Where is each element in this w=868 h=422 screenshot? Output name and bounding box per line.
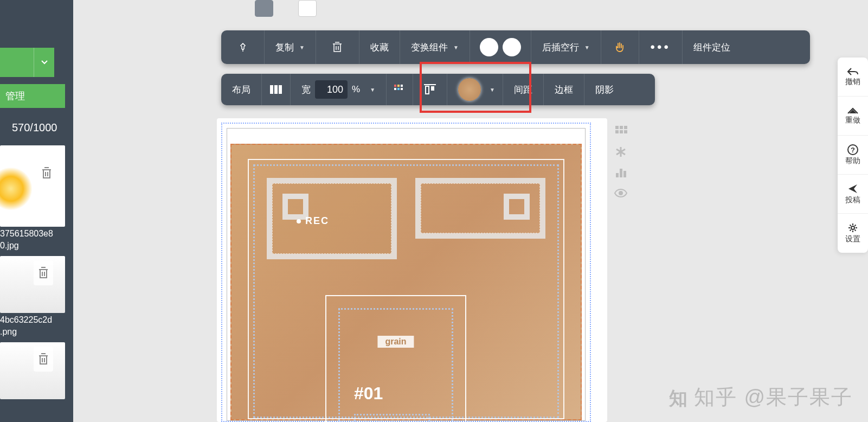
svg-rect-4 bbox=[397, 85, 400, 87]
grid-view-button[interactable] bbox=[613, 124, 628, 139]
delete-thumb-button[interactable] bbox=[37, 161, 56, 186]
canvas-side-tools bbox=[613, 124, 628, 201]
redo-button[interactable]: 重做 bbox=[838, 97, 868, 136]
rec-label: REC bbox=[297, 215, 329, 227]
stats-button[interactable] bbox=[613, 165, 628, 180]
svg-rect-12 bbox=[615, 126, 619, 129]
settings-button[interactable]: 设置 bbox=[838, 214, 868, 253]
trash-icon bbox=[38, 353, 49, 366]
width-group: 宽 % ▼ bbox=[291, 74, 387, 105]
align-button[interactable] bbox=[413, 74, 447, 105]
delete-button[interactable] bbox=[316, 30, 359, 64]
top-controls: 设置标签 bbox=[244, 0, 591, 16]
submit-button[interactable]: 投稿 bbox=[838, 175, 868, 214]
width-input[interactable] bbox=[315, 80, 348, 99]
trash-icon bbox=[41, 167, 52, 180]
svg-rect-11 bbox=[431, 86, 434, 91]
color-swatch-2[interactable] bbox=[503, 38, 521, 56]
svg-rect-8 bbox=[401, 88, 403, 90]
thumbnail-ext: .png bbox=[0, 327, 70, 337]
shadow-button[interactable]: 阴影 bbox=[584, 74, 625, 105]
send-icon bbox=[847, 183, 858, 194]
center-frame[interactable]: grain #01 bbox=[325, 295, 466, 422]
toggle-off[interactable] bbox=[298, 0, 317, 17]
svg-rect-6 bbox=[394, 88, 396, 90]
more-button[interactable]: ••• bbox=[639, 30, 683, 64]
svg-rect-20 bbox=[623, 171, 626, 177]
spacing-button[interactable]: 间距 bbox=[503, 74, 544, 105]
svg-rect-17 bbox=[624, 130, 627, 133]
hand-icon bbox=[614, 41, 626, 53]
svg-rect-19 bbox=[620, 169, 622, 177]
asset-count: 570/1000 bbox=[12, 122, 57, 134]
layout-toolbar: 布局 宽 % ▼ ▼ 间距 边框 阴影 bbox=[221, 74, 655, 105]
pin-button[interactable] bbox=[221, 30, 265, 64]
preview-button[interactable] bbox=[613, 186, 628, 201]
color-swatch-1[interactable] bbox=[480, 38, 498, 56]
border-button[interactable]: 边框 bbox=[544, 74, 584, 105]
rec-frame-right[interactable] bbox=[415, 178, 545, 239]
background-swatch[interactable] bbox=[458, 78, 481, 101]
chevron-down-icon[interactable] bbox=[34, 48, 54, 77]
align-top-icon bbox=[424, 84, 436, 95]
thumbnail-ext: 0.jpg bbox=[0, 241, 70, 251]
svg-rect-18 bbox=[616, 173, 619, 177]
trash-icon bbox=[332, 41, 343, 53]
layout-button[interactable]: 布局 bbox=[221, 74, 262, 105]
bg-swatch-button[interactable]: ▼ bbox=[447, 74, 503, 105]
rec-frame-left[interactable]: REC bbox=[267, 178, 397, 259]
grain-label: grain bbox=[377, 336, 414, 348]
sidebar-primary-button[interactable] bbox=[0, 48, 54, 77]
svg-rect-10 bbox=[426, 86, 429, 94]
asterisk-icon bbox=[615, 146, 627, 158]
pointer-button[interactable] bbox=[601, 30, 639, 64]
columns-icon bbox=[269, 85, 282, 94]
hash-number: #01 bbox=[354, 383, 383, 404]
copy-button[interactable]: 复制▼ bbox=[265, 30, 316, 64]
main-toolbar: 复制▼ 收藏 变换组件▼ 后插空行▼ ••• 组件定位 bbox=[221, 30, 810, 64]
delete-thumb-button[interactable] bbox=[34, 347, 53, 372]
favorite-button[interactable]: 收藏 bbox=[359, 30, 400, 64]
thumbnail-list: 375615803e8 0.jpg 4bc63225c2d .png bbox=[0, 145, 70, 405]
columns-button[interactable] bbox=[262, 74, 291, 105]
toggle-on[interactable] bbox=[255, 0, 273, 17]
grid-icon bbox=[614, 125, 627, 138]
watermark: 知知乎 @果子果子 bbox=[669, 383, 853, 411]
help-button[interactable]: ? 帮助 bbox=[838, 136, 868, 175]
thumbnail-item[interactable]: 4bc63225c2d .png bbox=[0, 256, 70, 337]
thumbnail-item[interactable] bbox=[0, 342, 70, 399]
zhihu-logo-icon: 知 bbox=[669, 386, 689, 411]
svg-rect-16 bbox=[620, 130, 623, 133]
thumbnail-item[interactable]: 375615803e8 0.jpg bbox=[0, 145, 70, 251]
canvas-area[interactable]: REC grain #01 bbox=[217, 118, 607, 422]
svg-rect-1 bbox=[274, 85, 278, 94]
undo-button[interactable]: 撤销 bbox=[838, 57, 868, 97]
svg-rect-2 bbox=[279, 85, 282, 94]
thumbnail-filename: 375615803e8 bbox=[0, 229, 70, 239]
asterisk-button[interactable] bbox=[613, 144, 628, 159]
background-component[interactable]: REC grain #01 bbox=[230, 144, 582, 420]
color-circles[interactable] bbox=[470, 30, 531, 64]
svg-rect-0 bbox=[270, 85, 273, 94]
grid-icon bbox=[394, 85, 405, 94]
svg-rect-7 bbox=[397, 88, 400, 90]
more-icon: ••• bbox=[651, 40, 671, 55]
undo-icon bbox=[847, 67, 859, 76]
manage-button[interactable]: 管理 bbox=[0, 84, 65, 108]
grid-button[interactable] bbox=[387, 74, 413, 105]
width-unit: % bbox=[352, 84, 360, 95]
left-sidebar: 管理 570/1000 375615803e8 0.jpg 4bc63225c2… bbox=[0, 0, 73, 422]
width-label: 宽 bbox=[301, 84, 311, 96]
help-icon: ? bbox=[847, 144, 858, 155]
delete-thumb-button[interactable] bbox=[34, 260, 53, 285]
chevron-down-icon[interactable]: ▼ bbox=[370, 87, 375, 93]
svg-rect-3 bbox=[394, 85, 396, 87]
right-action-panel: 撤销 重做 ? 帮助 投稿 设置 bbox=[838, 57, 868, 253]
svg-point-24 bbox=[851, 226, 854, 229]
locate-button[interactable]: 组件定位 bbox=[683, 30, 741, 64]
eye-icon bbox=[614, 188, 628, 198]
transform-button[interactable]: 变换组件▼ bbox=[400, 30, 470, 64]
svg-rect-5 bbox=[401, 85, 403, 87]
chevron-down-icon[interactable]: ▼ bbox=[490, 87, 495, 93]
insert-after-button[interactable]: 后插空行▼ bbox=[531, 30, 601, 64]
